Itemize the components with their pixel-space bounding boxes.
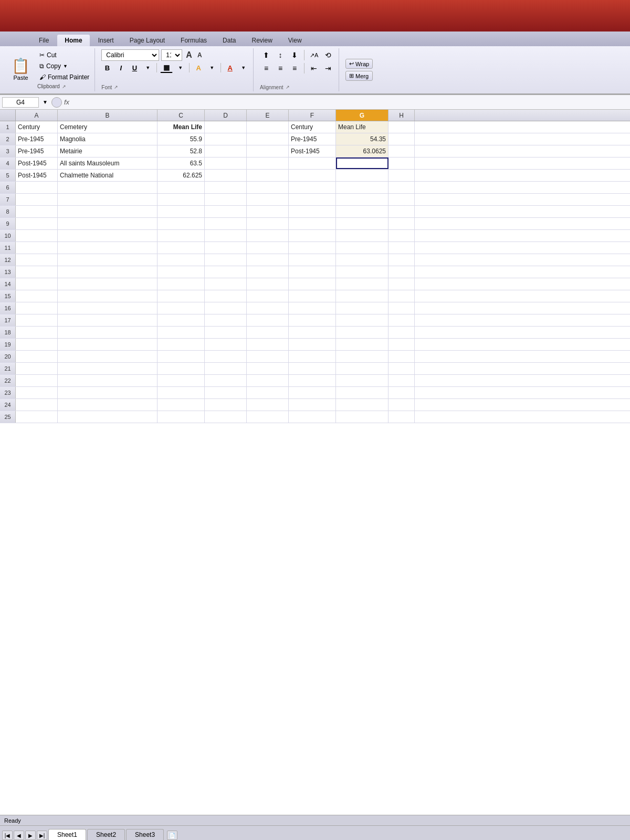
list-item[interactable] bbox=[247, 290, 289, 302]
list-item[interactable] bbox=[289, 218, 336, 229]
list-item[interactable] bbox=[336, 158, 388, 169]
list-item[interactable] bbox=[336, 254, 388, 266]
list-item[interactable] bbox=[247, 170, 289, 181]
tab-review[interactable]: Review bbox=[244, 35, 279, 46]
list-item[interactable] bbox=[158, 266, 205, 278]
list-item[interactable]: 55.9 bbox=[158, 133, 205, 145]
list-item[interactable] bbox=[289, 290, 336, 302]
list-item[interactable] bbox=[205, 145, 247, 157]
tab-data[interactable]: Data bbox=[215, 35, 243, 46]
align-top-button[interactable]: ⬆ bbox=[260, 49, 272, 61]
list-item[interactable] bbox=[289, 266, 336, 278]
list-item[interactable] bbox=[289, 254, 336, 266]
list-item[interactable] bbox=[16, 399, 58, 411]
col-header-e[interactable]: E bbox=[247, 110, 289, 121]
row-number[interactable]: 12 bbox=[0, 254, 16, 266]
list-item[interactable] bbox=[158, 230, 205, 242]
bold-button[interactable]: B bbox=[101, 63, 113, 73]
list-item[interactable] bbox=[158, 194, 205, 205]
list-item[interactable] bbox=[247, 278, 289, 290]
border-button[interactable]: ▦ bbox=[160, 62, 173, 73]
list-item[interactable]: Post-1945 bbox=[289, 145, 336, 157]
list-item[interactable] bbox=[205, 290, 247, 302]
list-item[interactable] bbox=[16, 387, 58, 398]
list-item[interactable] bbox=[388, 290, 415, 302]
list-item[interactable]: Post-1945 bbox=[16, 158, 58, 169]
list-item[interactable]: Pre-1945 bbox=[289, 133, 336, 145]
list-item[interactable] bbox=[247, 158, 289, 169]
list-item[interactable] bbox=[205, 206, 247, 217]
list-item[interactable] bbox=[158, 327, 205, 338]
list-item[interactable] bbox=[289, 230, 336, 242]
list-item[interactable] bbox=[289, 206, 336, 217]
row-number[interactable]: 11 bbox=[0, 242, 16, 254]
list-item[interactable] bbox=[388, 158, 415, 169]
list-item[interactable] bbox=[158, 290, 205, 302]
list-item[interactable] bbox=[58, 375, 158, 386]
list-item[interactable]: Pre-1945 bbox=[16, 133, 58, 145]
row-number[interactable]: 4 bbox=[0, 158, 16, 169]
list-item[interactable] bbox=[336, 327, 388, 338]
list-item[interactable] bbox=[205, 218, 247, 229]
row-number[interactable]: 22 bbox=[0, 375, 16, 386]
list-item[interactable] bbox=[289, 351, 336, 362]
list-item[interactable] bbox=[58, 302, 158, 314]
list-item[interactable] bbox=[16, 339, 58, 350]
list-item[interactable]: Mean Life bbox=[336, 121, 388, 133]
tab-formulas[interactable]: Formulas bbox=[173, 35, 214, 46]
list-item[interactable] bbox=[289, 302, 336, 314]
list-item[interactable] bbox=[336, 170, 388, 181]
list-item[interactable] bbox=[388, 387, 415, 398]
list-item[interactable] bbox=[247, 145, 289, 157]
decrease-indent-button[interactable]: ⇤ bbox=[308, 62, 320, 74]
list-item[interactable] bbox=[158, 351, 205, 362]
list-item[interactable]: Mean Life bbox=[158, 121, 205, 133]
underline-dropdown[interactable]: ▼ bbox=[142, 64, 153, 71]
list-item[interactable] bbox=[388, 182, 415, 193]
row-number[interactable]: 24 bbox=[0, 399, 16, 411]
list-item[interactable] bbox=[336, 387, 388, 398]
font-size-select[interactable]: 11 bbox=[161, 49, 182, 61]
align-right-button[interactable]: ≡ bbox=[288, 62, 301, 74]
list-item[interactable] bbox=[205, 182, 247, 193]
row-number[interactable]: 16 bbox=[0, 302, 16, 314]
wrap-text-button[interactable]: ↩ Wrap bbox=[345, 59, 373, 69]
list-item[interactable] bbox=[16, 242, 58, 254]
row-number[interactable]: 20 bbox=[0, 351, 16, 362]
list-item[interactable]: Century bbox=[289, 121, 336, 133]
list-item[interactable] bbox=[205, 170, 247, 181]
list-item[interactable] bbox=[336, 411, 388, 423]
list-item[interactable] bbox=[205, 121, 247, 133]
list-item[interactable] bbox=[58, 290, 158, 302]
formula-input[interactable] bbox=[74, 99, 628, 106]
sheet-tab-2[interactable]: Sheet2 bbox=[87, 829, 125, 840]
list-item[interactable] bbox=[205, 411, 247, 423]
list-item[interactable] bbox=[289, 314, 336, 326]
row-number[interactable]: 17 bbox=[0, 314, 16, 326]
list-item[interactable] bbox=[289, 363, 336, 374]
list-item[interactable] bbox=[388, 242, 415, 254]
row-number[interactable]: 9 bbox=[0, 218, 16, 229]
merge-button[interactable]: ⊞ Merg bbox=[345, 71, 373, 81]
list-item[interactable] bbox=[205, 194, 247, 205]
format-painter-button[interactable]: 🖌 Format Painter bbox=[37, 72, 91, 82]
align-center-button[interactable]: ≡ bbox=[274, 62, 287, 74]
list-item[interactable] bbox=[289, 278, 336, 290]
list-item[interactable] bbox=[289, 194, 336, 205]
list-item[interactable] bbox=[58, 278, 158, 290]
list-item[interactable] bbox=[205, 158, 247, 169]
list-item[interactable] bbox=[289, 399, 336, 411]
list-item[interactable] bbox=[247, 302, 289, 314]
clipboard-expand-icon[interactable]: ↗ bbox=[62, 84, 66, 89]
list-item[interactable] bbox=[247, 121, 289, 133]
list-item[interactable] bbox=[205, 242, 247, 254]
list-item[interactable]: 52.8 bbox=[158, 145, 205, 157]
list-item[interactable] bbox=[388, 266, 415, 278]
list-item[interactable]: Metairie bbox=[58, 145, 158, 157]
list-item[interactable] bbox=[58, 387, 158, 398]
list-item[interactable] bbox=[16, 411, 58, 423]
font-color-button[interactable]: A bbox=[224, 63, 236, 73]
list-item[interactable] bbox=[16, 290, 58, 302]
list-item[interactable] bbox=[58, 351, 158, 362]
row-number[interactable]: 19 bbox=[0, 339, 16, 350]
